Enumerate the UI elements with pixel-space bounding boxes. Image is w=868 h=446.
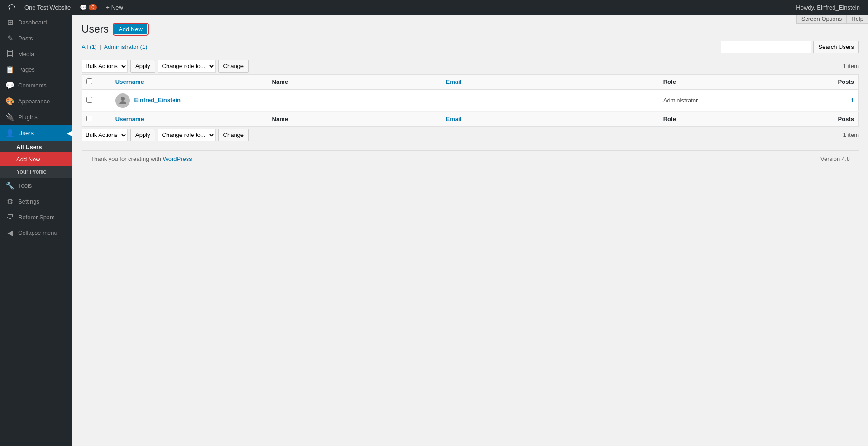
sidebar-item-label: Dashboard [18,19,68,26]
new-label: New [111,4,123,11]
sidebar-item-appearance[interactable]: 🎨 Appearance [0,93,72,109]
sidebar-item-label: Media [18,51,68,58]
bulk-actions-select-top[interactable]: Bulk Actions [82,60,128,73]
filter-all-link[interactable]: All (1) [82,44,97,50]
pages-icon: 📋 [5,65,14,74]
row-role-cell: Administrator [659,89,789,112]
sidebar-item-dashboard[interactable]: ⊞ Dashboard [0,15,72,30]
sidebar-item-plugins[interactable]: 🔌 Plugins [0,109,72,125]
row-checkbox[interactable] [86,97,92,103]
sidebar-item-label: Referer Spam [18,214,68,221]
sidebar-item-users[interactable]: 👤 Users ◀ [0,125,72,141]
sidebar-item-comments[interactable]: 💬 Comments [0,78,72,93]
sidebar-item-label: Tools [18,182,68,189]
screen-meta-toggles: Screen Options Help [796,15,868,24]
row-username-cell: Einfred_Einstein [111,89,268,112]
site-name-link[interactable]: One Test Website [20,0,75,15]
referer-spam-icon: 🛡 [5,213,14,221]
change-role-select-top[interactable]: Change role to... [158,60,216,73]
header-posts: Posts [789,74,859,89]
screen-options-button[interactable]: Screen Options [796,15,847,24]
comments-link[interactable]: 💬 0 [75,0,101,15]
select-all-checkbox-top[interactable] [86,78,92,84]
sidebar-item-label: Settings [18,198,68,205]
wordpress-link[interactable]: WordPress [163,155,192,162]
arrow-icon: ◀ [67,129,72,137]
filter-administrator-link[interactable]: Administrator (1) [104,44,147,50]
media-icon: 🖼 [5,50,14,58]
footer-username: Username [111,112,268,126]
search-users-input[interactable] [721,41,811,53]
sidebar-item-your-profile[interactable]: Your Profile [0,165,72,178]
footer-posts: Posts [789,112,859,126]
change-role-select-bottom[interactable]: Change role to... [158,129,216,141]
sidebar-item-referer-spam[interactable]: 🛡 Referer Spam [0,209,72,225]
version-text: Version 4.8 [820,155,850,162]
wp-logo-icon: ⬠ [8,2,15,12]
email-sort-link-footer[interactable]: Email [446,116,462,122]
posts-count-link[interactable]: 1 [851,97,854,104]
row-name-cell [268,89,441,112]
site-name: One Test Website [24,4,71,11]
table-footer-row: Username Name Email Role Posts [82,112,859,126]
header-username: Username [111,74,268,89]
howdy-text: Howdy, Einfred_Einstein [791,4,864,11]
header-checkbox [82,74,111,89]
tablenav-top: Bulk Actions Apply Change role to... Cha… [82,60,859,73]
posts-icon: ✎ [5,34,14,43]
settings-icon: ⚙ [5,197,14,206]
sidebar-item-tools[interactable]: 🔧 Tools [0,178,72,194]
footer-credit: Thank you for creating with WordPress [91,155,192,162]
sidebar-item-label: Appearance [18,98,68,105]
dashboard-icon: ⊞ [5,18,14,27]
email-sort-link[interactable]: Email [446,78,462,85]
sidebar-item-label: Pages [18,66,68,73]
sidebar-item-all-users[interactable]: All Users [0,141,72,153]
sidebar-item-label: Comments [18,82,68,89]
sidebar-item-pages[interactable]: 📋 Pages [0,62,72,78]
change-button-top[interactable]: Change [218,60,249,73]
header-email: Email [441,74,659,89]
admin-bar: ⬠ One Test Website 💬 0 + New Howdy, Einf… [0,0,868,15]
sidebar-item-label: Users [18,130,68,136]
users-table: Username Name Email Role Posts [82,74,859,127]
tools-icon: 🔧 [5,181,14,190]
help-button[interactable]: Help [846,15,868,24]
sidebar-item-settings[interactable]: ⚙ Settings [0,194,72,209]
apply-button-top[interactable]: Apply [130,60,155,73]
comments-count: 0 [89,4,97,10]
sidebar-item-media[interactable]: 🖼 Media [0,46,72,62]
users-icon: 👤 [5,129,14,137]
username-sort-link-footer[interactable]: Username [115,116,144,122]
plugins-icon: 🔌 [5,113,14,121]
svg-point-0 [121,97,125,101]
sidebar-item-collapse[interactable]: ◀ Collapse menu [0,225,72,241]
change-button-bottom[interactable]: Change [218,129,249,141]
table-header-row: Username Name Email Role Posts [82,74,859,89]
bulk-actions-select-bottom[interactable]: Bulk Actions [82,129,128,141]
search-users-button[interactable]: Search Users [813,41,859,53]
tablenav-bottom: Bulk Actions Apply Change role to... Cha… [82,129,859,141]
username-sort-link[interactable]: Username [115,78,144,85]
new-content-link[interactable]: + New [101,0,128,15]
items-count-bottom: 1 item [843,131,859,138]
table-row: Einfred_Einstein Administrator 1 [82,89,859,112]
users-submenu: All Users Add New Your Profile [0,141,72,178]
apply-button-bottom[interactable]: Apply [130,129,155,141]
sidebar-item-posts[interactable]: ✎ Posts [0,30,72,46]
sidebar-item-label: Plugins [18,114,68,121]
admin-sidebar: ⊞ Dashboard ✎ Posts 🖼 Media 📋 Pages 💬 Co… [0,15,72,446]
page-header: Users Add New [82,19,859,36]
select-all-checkbox-bottom[interactable] [86,116,92,121]
comment-icon: 💬 [80,4,87,11]
header-role: Role [659,74,789,89]
avatar [115,93,130,108]
appearance-icon: 🎨 [5,97,14,106]
sidebar-item-label: Posts [18,35,68,42]
add-new-button[interactable]: Add New [114,24,147,34]
footer-checkbox [82,112,111,126]
page-title: Users [82,23,109,36]
wp-logo-link[interactable]: ⬠ [4,0,20,15]
sidebar-item-add-new[interactable]: Add New [0,153,72,165]
username-link[interactable]: Einfred_Einstein [134,97,181,103]
